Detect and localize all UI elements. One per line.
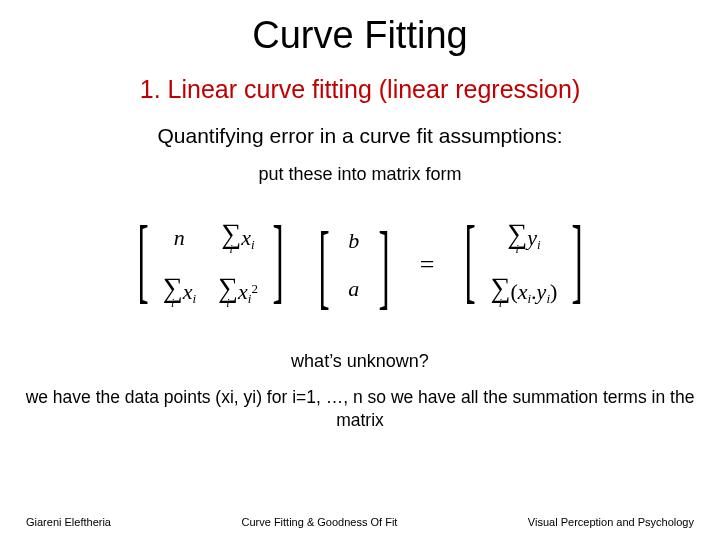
left-bracket-icon: [ bbox=[465, 211, 476, 319]
explanation-text: we have the data points (xi, yi) for i=1… bbox=[0, 386, 720, 432]
footer: Giareni Eleftheria Curve Fitting & Goodn… bbox=[0, 516, 720, 528]
vector-rhs: [ ∑i yi ∑i (xi.yi) ] bbox=[454, 211, 593, 319]
right-bracket-icon: ] bbox=[272, 211, 283, 319]
rhs1: ∑i yi bbox=[490, 221, 557, 255]
rhs2: ∑i (xi.yi) bbox=[490, 275, 557, 309]
footer-right: Visual Perception and Psychology bbox=[528, 516, 694, 528]
matrix-equation: [ n ∑i xi ∑i xi ∑i xi2 ] [ b a ] = [ bbox=[0, 211, 720, 319]
A22: ∑i xi2 bbox=[218, 275, 258, 309]
slide-title: Curve Fitting bbox=[0, 14, 720, 57]
vec-top: b bbox=[344, 228, 364, 254]
right-bracket-icon: ] bbox=[378, 217, 389, 313]
vec-bot: a bbox=[344, 276, 364, 302]
vector-ba: [ b a ] bbox=[308, 217, 400, 313]
A11: n bbox=[163, 225, 196, 251]
left-bracket-icon: [ bbox=[318, 217, 329, 313]
A12: ∑i xi bbox=[218, 221, 258, 255]
matrix-form-line: put these into matrix form bbox=[0, 164, 720, 185]
question-text: what’s unknown? bbox=[0, 351, 720, 372]
footer-left: Giareni Eleftheria bbox=[26, 516, 111, 528]
footer-center: Curve Fitting & Goodness Of Fit bbox=[241, 516, 397, 528]
equals-sign: = bbox=[420, 250, 435, 280]
slide-subtitle: 1. Linear curve fitting (linear regressi… bbox=[0, 75, 720, 104]
matrix-A: [ n ∑i xi ∑i xi ∑i xi2 ] bbox=[127, 211, 294, 319]
assumption-line: Quantifying error in a curve fit assumpt… bbox=[0, 124, 720, 148]
A21: ∑i xi bbox=[163, 275, 196, 309]
left-bracket-icon: [ bbox=[137, 211, 148, 319]
right-bracket-icon: ] bbox=[572, 211, 583, 319]
